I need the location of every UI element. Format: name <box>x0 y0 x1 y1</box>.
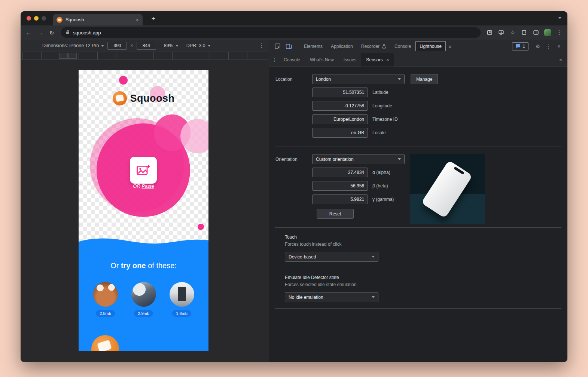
profile-avatar[interactable] <box>543 28 552 37</box>
window-close-button[interactable] <box>27 16 31 21</box>
orientation-section: Orientation Custom orientation α (alpha) <box>269 150 567 224</box>
device-dimensions-label: Dimensions: iPhone 12 Pro <box>42 43 99 48</box>
longitude-input[interactable] <box>312 101 368 111</box>
location-select[interactable]: London <box>312 74 405 84</box>
reset-orientation-button[interactable]: Reset <box>317 209 354 219</box>
tab-close-icon[interactable]: × <box>136 17 139 22</box>
drawer-tab-whats-new[interactable]: What's New <box>305 53 339 67</box>
tab-console[interactable]: Console <box>391 40 415 53</box>
demo-image-1-photo[interactable] <box>93 282 118 307</box>
devtools-menu-kebab-icon[interactable]: ⋮ <box>543 43 553 49</box>
idle-description: Forces selected idle state emulation <box>285 282 561 287</box>
drawer-close-icon[interactable]: × <box>557 57 564 63</box>
tab-search-chevron-icon[interactable] <box>558 17 561 19</box>
squoosh-logo-text: Squoosh <box>130 93 175 104</box>
select-chevron-icon <box>398 78 401 80</box>
dpr-value: DPR: 3.0 <box>186 43 205 48</box>
alpha-input[interactable] <box>312 168 368 177</box>
devtools-drawer-toolbar: ⋮ Console What's New Issues Sensors × × <box>269 53 567 67</box>
demo-image-2[interactable]: 2.9mb <box>131 282 156 317</box>
reload-button[interactable]: ↻ <box>47 30 57 36</box>
orientation-preview[interactable] <box>410 154 485 224</box>
tab-elements[interactable]: Elements <box>300 40 326 53</box>
drawer-tab-issues[interactable]: Issues <box>339 53 362 67</box>
browser-toolbar: ← → ↻ squoosh.app ☆ ⋮ <box>21 25 567 40</box>
longitude-label: Longitude <box>372 103 392 108</box>
demo-image-1[interactable]: 2.8mb <box>93 282 118 317</box>
orientation-select[interactable]: Custom orientation <box>312 154 405 164</box>
gamma-input[interactable] <box>312 194 368 204</box>
viewport-width-input[interactable] <box>107 42 127 50</box>
device-emulation-pane: Dimensions: iPhone 12 Pro × 89% DPR: 3.0… <box>21 40 269 362</box>
devtools-close-icon[interactable]: × <box>554 43 564 49</box>
browser-menu-kebab-icon[interactable]: ⋮ <box>555 28 564 37</box>
touch-description: Forces touch instead of click <box>285 242 561 247</box>
drawer-tab-console[interactable]: Console <box>279 53 305 67</box>
idle-detector-section: Emulate Idle Detector state Forces selec… <box>269 271 567 305</box>
console-messages-badge[interactable]: 1 <box>512 42 528 50</box>
select-chevron-icon <box>398 158 401 160</box>
device-toolbar-menu-kebab-icon[interactable]: ⋮ <box>259 42 264 49</box>
browser-window: Squoosh × + ← → ↻ squoosh.app ☆ <box>21 11 567 362</box>
window-minimize-button[interactable] <box>34 16 39 21</box>
forward-button[interactable]: → <box>36 30 45 36</box>
tab-recorder[interactable]: Recorder <box>357 40 390 53</box>
idle-select[interactable]: No idle emulation <box>285 292 378 302</box>
demo-images-section: Or try one of these: 2.8mb 2.9mb <box>79 245 208 351</box>
viewport-height-input[interactable] <box>137 42 156 50</box>
add-image-icon <box>137 164 150 176</box>
manage-locations-button[interactable]: Manage <box>411 74 438 84</box>
open-in-window-icon[interactable] <box>485 28 494 37</box>
timezone-input[interactable] <box>312 114 368 124</box>
window-zoom-button[interactable] <box>42 16 46 21</box>
section-divider <box>275 147 561 147</box>
dpr-selector[interactable]: DPR: 3.0 <box>186 43 211 48</box>
location-label: Location <box>275 77 312 82</box>
drawer-menu-kebab-icon[interactable]: ⋮ <box>271 57 279 63</box>
new-tab-button[interactable]: + <box>149 15 158 23</box>
sensors-tab-close-icon[interactable]: × <box>386 57 389 63</box>
browser-tab[interactable]: Squoosh × <box>53 14 143 25</box>
inspect-element-icon[interactable] <box>272 41 283 52</box>
section-divider <box>275 308 561 309</box>
device-toggle-icon[interactable] <box>283 41 294 52</box>
drawer-tab-sensors[interactable]: Sensors × <box>361 53 394 67</box>
paste-link[interactable]: Paste <box>141 183 154 189</box>
beta-input[interactable] <box>312 181 368 191</box>
tab-application[interactable]: Application <box>327 40 357 53</box>
extensions-puzzle-icon[interactable] <box>520 28 529 37</box>
settings-gear-icon[interactable]: ⚙ <box>533 43 543 49</box>
select-chevron-icon <box>372 256 375 258</box>
device-selector[interactable]: Dimensions: iPhone 12 Pro <box>42 43 104 48</box>
touch-select[interactable]: Device-based <box>285 252 378 262</box>
install-app-icon[interactable] <box>497 28 506 37</box>
back-button[interactable]: ← <box>24 30 34 36</box>
url-text: squoosh.app <box>73 30 101 36</box>
latitude-input[interactable] <box>312 88 368 97</box>
wave-divider <box>79 237 208 245</box>
locale-input[interactable] <box>312 128 368 138</box>
timezone-label: Timezone ID <box>372 117 398 122</box>
squoosh-logo: Squoosh <box>79 91 208 105</box>
message-bubble-icon <box>515 44 521 49</box>
dimensions-separator: × <box>130 43 133 48</box>
image-drop-button[interactable] <box>130 157 157 184</box>
side-panel-icon[interactable] <box>531 28 540 37</box>
devtools-main-toolbar: Elements Application Recorder Console Li… <box>269 40 567 53</box>
toolbar-divider <box>297 43 297 50</box>
demo-heading: Or try one of these: <box>79 261 208 270</box>
bookmark-star-icon[interactable]: ☆ <box>508 28 517 37</box>
touch-title: Touch <box>285 235 561 240</box>
sensors-panel: Location London Manage Latitude <box>269 67 567 362</box>
tab-lighthouse[interactable]: Lighthouse <box>415 41 446 51</box>
message-count: 1 <box>523 44 525 49</box>
select-chevron-icon <box>372 296 375 298</box>
alpha-label: α (alpha) <box>372 170 390 175</box>
address-bar[interactable]: squoosh.app <box>61 27 481 38</box>
demo-image-3[interactable]: 1.6mb <box>170 282 194 317</box>
idle-title: Emulate Idle Detector state <box>285 275 561 280</box>
more-tabs-chevron-icon[interactable]: » <box>447 43 454 49</box>
demo-image-2-photo[interactable] <box>131 282 156 307</box>
demo-image-3-photo[interactable] <box>170 282 194 307</box>
zoom-selector[interactable]: 89% <box>164 43 179 48</box>
